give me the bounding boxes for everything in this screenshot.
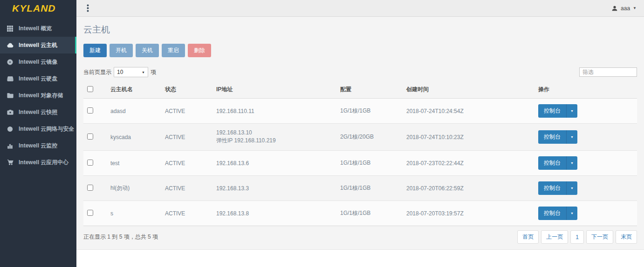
host-ip: 192.168.13.6 (212, 151, 336, 176)
sidebar: KYLAND Intewell 概览 Intewell 云主机 Intewell (0, 0, 76, 267)
console-split-button: 控制台 ▼ (538, 156, 577, 170)
sidebar-item-label: Intewell 对象存储 (19, 92, 63, 100)
host-config: 1G/1核/1GB (336, 151, 403, 176)
sidebar-item-cloud-hosts[interactable]: Intewell 云主机 (0, 37, 76, 53)
select-all-checkbox[interactable] (87, 86, 93, 92)
filter-input[interactable] (579, 67, 637, 77)
table-row: test ACTIVE 192.168.13.6 1G/1核/1GB 2018-… (83, 151, 637, 176)
console-split-button: 控制台 ▼ (538, 104, 577, 118)
table-row: kyscada ACTIVE 192.168.13.10 弹性IP 192.16… (83, 124, 637, 151)
host-status: ACTIVE (161, 151, 212, 176)
console-split-button: 控制台 ▼ (538, 130, 577, 144)
vertical-dots-icon (87, 4, 89, 12)
first-page-button[interactable]: 首页 (517, 230, 539, 244)
host-ip: 192.168.13.8 (212, 201, 336, 226)
row-checkbox[interactable] (87, 160, 93, 166)
power-on-button[interactable]: 开机 (110, 44, 133, 57)
sidebar-item-cloud-snapshots[interactable]: Intewell 云快照 (0, 104, 76, 120)
console-dropdown-caret[interactable]: ▼ (566, 156, 577, 170)
host-ip: 192.168.13.10 弹性IP 192.168.110.219 (212, 124, 336, 151)
grid-icon (7, 25, 14, 32)
row-checkbox[interactable] (87, 185, 93, 191)
sidebar-item-overview[interactable]: Intewell 概览 (0, 20, 76, 37)
console-dropdown-caret[interactable]: ▼ (566, 207, 577, 220)
next-page-button[interactable]: 下一页 (586, 230, 613, 244)
console-button[interactable]: 控制台 (538, 207, 566, 220)
page-size-prefix-label: 当前页显示 (83, 68, 111, 76)
table-header-row: 云主机名 状态 IP地址 配置 创建时间 操作 (83, 81, 637, 99)
host-created: 2018-07-20T03:19:57Z (403, 201, 534, 226)
host-ip-primary: 192.168.13.10 (216, 129, 252, 136)
cloud-icon (7, 42, 14, 49)
cloud-hosts-page: 云主机 新建 开机 关机 重启 删除 当前页显示 10 ▼ 项 (76, 17, 644, 250)
sidebar-nav: Intewell 概览 Intewell 云主机 Intewell 云镜像 In… (0, 17, 76, 171)
page-number-button[interactable]: 1 (570, 230, 584, 244)
sidebar-item-network-security[interactable]: Intewell 云网络与安全 (0, 120, 76, 137)
header-config: 配置 (336, 81, 403, 99)
console-button[interactable]: 控制台 (538, 130, 566, 144)
header-ip: IP地址 (212, 81, 336, 99)
delete-button[interactable]: 删除 (188, 44, 211, 57)
host-config: 2G/1核/20GB (336, 124, 403, 151)
console-dropdown-caret[interactable]: ▼ (566, 181, 577, 195)
sidebar-item-object-storage[interactable]: Intewell 对象存储 (0, 87, 76, 104)
sidebar-item-label: Intewell 云硬盘 (19, 75, 57, 83)
host-status: ACTIVE (161, 124, 212, 151)
header-status: 状态 (161, 81, 212, 99)
chart-icon (7, 142, 14, 149)
content-spacer (76, 250, 644, 267)
sidebar-item-app-center[interactable]: Intewell 云应用中心 (0, 154, 76, 171)
host-config: 1G/1核/1GB (336, 176, 403, 201)
app-window: KYLAND Intewell 概览 Intewell 云主机 Intewell (0, 0, 644, 267)
user-icon (611, 5, 618, 12)
sidebar-item-cloud-disks[interactable]: Intewell 云硬盘 (0, 70, 76, 87)
page-size-select[interactable]: 10 ▼ (114, 67, 148, 77)
host-name: s (107, 201, 161, 226)
row-checkbox[interactable] (87, 107, 93, 113)
pagination: 首页 上一页 1 下一页 末页 (517, 230, 637, 244)
globe-icon (7, 126, 14, 133)
hosts-table: 云主机名 状态 IP地址 配置 创建时间 操作 adasd ACTIVE 192… (83, 81, 637, 226)
results-summary: 正在显示 1 到 5 项，总共 5 项 (83, 233, 158, 241)
host-name: adasd (107, 99, 161, 124)
sidebar-item-cloud-images[interactable]: Intewell 云镜像 (0, 53, 76, 70)
console-button[interactable]: 控制台 (538, 181, 566, 195)
console-split-button: 控制台 ▼ (538, 181, 577, 195)
user-menu[interactable]: aaa ▼ (611, 5, 637, 12)
sidebar-item-label: Intewell 云快照 (19, 108, 57, 116)
disc-icon (7, 59, 14, 66)
prev-page-button[interactable]: 上一页 (541, 230, 568, 244)
page-size-control: 当前页显示 10 ▼ 项 (83, 67, 156, 77)
sidebar-item-label: Intewell 云网络与安全 (19, 125, 74, 133)
main-area: aaa ▼ 云主机 新建 开机 关机 重启 删除 当前页显示 10 ▼ (76, 0, 644, 267)
console-button[interactable]: 控制台 (538, 104, 566, 118)
table-row: hl(勿动) ACTIVE 192.168.13.3 1G/1核/1GB 201… (83, 176, 637, 201)
folder-icon (7, 92, 14, 99)
sidebar-item-cloud-monitoring[interactable]: Intewell 云监控 (0, 137, 76, 154)
row-checkbox[interactable] (87, 210, 93, 216)
camera-icon (7, 109, 14, 116)
topbar: aaa ▼ (76, 0, 644, 17)
console-split-button: 控制台 ▼ (538, 207, 577, 220)
header-name: 云主机名 (107, 81, 161, 99)
hdd-icon (7, 75, 14, 82)
sidebar-item-label: Intewell 概览 (19, 25, 52, 33)
power-off-button[interactable]: 关机 (136, 44, 159, 57)
cart-icon (7, 159, 14, 166)
table-controls: 当前页显示 10 ▼ 项 (83, 67, 637, 77)
select-caret-icon: ▼ (142, 71, 145, 74)
console-dropdown-caret[interactable]: ▼ (566, 104, 577, 118)
reboot-button[interactable]: 重启 (162, 44, 185, 57)
console-button[interactable]: 控制台 (538, 156, 566, 170)
sidebar-item-label: Intewell 云镜像 (19, 58, 57, 66)
last-page-button[interactable]: 末页 (616, 230, 637, 244)
console-dropdown-caret[interactable]: ▼ (566, 130, 577, 144)
create-button[interactable]: 新建 (83, 44, 107, 57)
row-checkbox[interactable] (87, 134, 93, 140)
kyland-logo: KYLAND (0, 0, 76, 17)
table-row: adasd ACTIVE 192.168.110.11 1G/1核/1GB 20… (83, 99, 637, 124)
host-created: 2018-07-24T10:24:54Z (403, 99, 534, 124)
host-ip: 192.168.13.3 (212, 176, 336, 201)
sidebar-toggle-button[interactable] (84, 2, 92, 14)
host-created: 2018-07-24T10:10:23Z (403, 124, 534, 151)
